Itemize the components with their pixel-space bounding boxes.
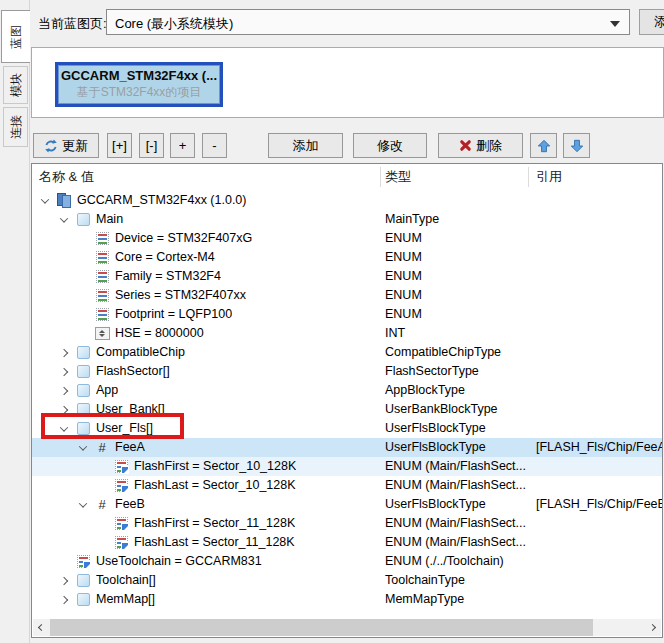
column-header-reference[interactable]: 引用 xyxy=(536,168,562,186)
tree-row-type: ENUM (./../Toolchain) xyxy=(380,552,528,571)
tree-row[interactable]: GCCARM_STM32F4xx (1.0.0) xyxy=(32,191,662,210)
tree-row-type: ENUM (Main/FlashSect... xyxy=(380,514,528,533)
tree-row[interactable]: #FeeBUserFlsBlockType[FLASH_Fls/Chip/Fee… xyxy=(32,495,662,514)
move-down-button[interactable] xyxy=(563,133,590,158)
expand-expand-arrow-icon[interactable] xyxy=(57,574,71,588)
tree-row[interactable]: Family = STM32F4ENUM xyxy=(32,267,662,286)
tree-row-type: AppBlockType xyxy=(380,381,528,400)
column-header-type[interactable]: 类型 xyxy=(385,168,411,186)
tree-row[interactable]: Series = STM32F407xxENUM xyxy=(32,286,662,305)
tree-row-label: UseToolchain = GCCARM831 xyxy=(96,552,262,571)
blueprint-card[interactable]: GCCARM_STM32F4xx (... 基于STM32F4xx的项目 xyxy=(55,62,223,107)
tree-row-label: FlashSector[] xyxy=(96,362,170,381)
tree-row-reference: [FLASH_Fls/Chip/FeeB xyxy=(528,495,662,514)
tree-row-type: ENUM xyxy=(380,267,528,286)
tree-row-label: Toolchain[] xyxy=(96,571,156,590)
tree-row[interactable]: UseToolchain = GCCARM831ENUM (./../Toolc… xyxy=(32,552,662,571)
tree-row[interactable]: FlashLast = Sector_10_128KENUM (Main/Fla… xyxy=(32,476,662,495)
block-icon xyxy=(77,365,90,378)
arrow-down-icon xyxy=(570,139,584,153)
expand-all-button[interactable]: [+] xyxy=(107,133,132,158)
expand-expand-arrow-icon[interactable] xyxy=(57,346,71,360)
tree-row-type: CompatibleChipType xyxy=(380,343,528,362)
tree-row[interactable]: CompatibleChipCompatibleChipType xyxy=(32,343,662,362)
update-button[interactable]: 更新 xyxy=(33,133,99,158)
scroll-left-button[interactable] xyxy=(33,619,50,636)
tab-module[interactable]: 模块 xyxy=(3,66,28,104)
tree-row-label: CompatibleChip xyxy=(96,343,185,362)
add-page-button[interactable]: 添 xyxy=(639,9,664,35)
enum-reference-icon xyxy=(115,479,128,492)
expand-collapse-arrow-icon[interactable] xyxy=(38,194,52,208)
expand-expand-arrow-icon[interactable] xyxy=(57,365,71,379)
tree-row[interactable]: User_Bank[]UserBankBlockType xyxy=(32,400,662,419)
enum-icon xyxy=(96,232,109,245)
expand-expand-arrow-icon[interactable] xyxy=(57,403,71,417)
tab-blueprint-label: 蓝图 xyxy=(8,25,25,49)
column-header-name-value[interactable]: 名称 & 值 xyxy=(39,168,94,186)
block-icon xyxy=(77,422,90,435)
tab-blueprint[interactable]: 蓝图 xyxy=(1,10,30,63)
delete-button[interactable]: 删除 xyxy=(438,133,523,158)
tree-row[interactable]: FlashFirst = Sector_11_128KENUM (Main/Fl… xyxy=(32,514,662,533)
tree-row-reference xyxy=(528,305,662,324)
tree-row-reference xyxy=(528,514,662,533)
tree-row[interactable]: Device = STM32F407xGENUM xyxy=(32,229,662,248)
combo-dropdown-arrow-icon[interactable] xyxy=(610,21,620,27)
tree-row-type: UserFlsBlockType xyxy=(380,419,528,438)
tree-row[interactable]: FlashFirst = Sector_10_128KENUM (Main/Fl… xyxy=(32,457,662,476)
tree-row[interactable]: Core = Cortex-M4ENUM xyxy=(32,248,662,267)
column-divider[interactable] xyxy=(528,167,529,187)
tree-row[interactable]: MemMap[]MemMapType xyxy=(32,590,662,609)
enum-reference-icon xyxy=(77,555,90,568)
tree-row-label: Core = Cortex-M4 xyxy=(115,248,215,267)
chevron-left-icon xyxy=(38,624,45,631)
tree-row[interactable]: MainMainType xyxy=(32,210,662,229)
tree-row[interactable]: FlashLast = Sector_11_128KENUM (Main/Fla… xyxy=(32,533,662,552)
tree-row-type: ENUM (Main/FlashSect... xyxy=(380,476,528,495)
tree-row-reference xyxy=(528,286,662,305)
tree-row[interactable]: #FeeAUserFlsBlockType[FLASH_Fls/Chip/Fee… xyxy=(32,438,662,457)
tree-header: 名称 & 值 类型 引用 xyxy=(32,164,662,191)
tree-row[interactable]: HSE = 8000000INT xyxy=(32,324,662,343)
modify-button[interactable]: 修改 xyxy=(353,133,427,158)
tree-row[interactable]: FlashSector[]FlashSectorType xyxy=(32,362,662,381)
tree-row-reference xyxy=(528,590,662,609)
collapse-button[interactable]: - xyxy=(202,133,227,158)
block-icon xyxy=(77,346,90,359)
tree-row[interactable]: User_Fls[]UserFlsBlockType xyxy=(32,419,662,438)
tree-row-reference xyxy=(528,267,662,286)
horizontal-scrollbar[interactable] xyxy=(33,619,661,636)
blueprint-card-title: GCCARM_STM32F4xx (... xyxy=(58,68,220,83)
tree-row-label: FlashLast = Sector_11_128K xyxy=(134,533,295,552)
tree-row-reference xyxy=(528,324,662,343)
expand-collapse-arrow-icon[interactable] xyxy=(76,498,90,512)
block-icon xyxy=(77,574,90,587)
current-blueprint-page-label: 当前蓝图页: xyxy=(38,15,107,33)
collapse-all-button[interactable]: [-] xyxy=(139,133,164,158)
column-divider[interactable] xyxy=(380,167,381,187)
tree-row-label: FeeB xyxy=(115,495,145,514)
move-up-button[interactable] xyxy=(530,133,557,158)
tree-row[interactable]: Toolchain[]ToolchainType xyxy=(32,571,662,590)
expand-collapse-arrow-icon[interactable] xyxy=(76,441,90,455)
scroll-right-button[interactable] xyxy=(644,619,661,636)
tree-row-type: ENUM (Main/FlashSect... xyxy=(380,457,528,476)
blueprint-page-select[interactable]: Core (最小系统模块) xyxy=(106,9,630,35)
tree-row-reference xyxy=(528,381,662,400)
expand-expand-arrow-icon[interactable] xyxy=(57,384,71,398)
tree-row-label: Family = STM32F4 xyxy=(115,267,221,286)
tree-row-label: User_Fls[] xyxy=(96,419,153,438)
expand-expand-arrow-icon[interactable] xyxy=(57,593,71,607)
hash-icon: # xyxy=(98,438,105,457)
expand-button[interactable]: + xyxy=(170,133,195,158)
add-button[interactable]: 添加 xyxy=(268,133,343,158)
tree-row-label: Main xyxy=(96,210,123,229)
tree-row-reference xyxy=(528,191,662,210)
tree-row[interactable]: AppAppBlockType xyxy=(32,381,662,400)
expand-collapse-arrow-icon[interactable] xyxy=(57,422,71,436)
expand-collapse-arrow-icon[interactable] xyxy=(57,213,71,227)
tab-connection[interactable]: 连接 xyxy=(3,107,28,147)
scrollbar-thumb[interactable] xyxy=(50,619,593,636)
tree-row[interactable]: Footprint = LQFP100ENUM xyxy=(32,305,662,324)
